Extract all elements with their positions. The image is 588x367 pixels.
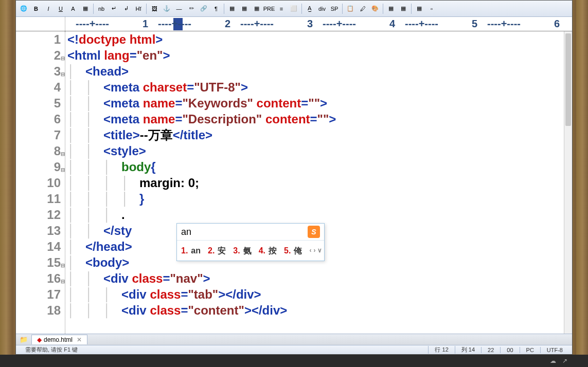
- code-line[interactable]: │ │ │ <div class="content"></div>: [67, 302, 572, 318]
- toolbar-button[interactable]: ▫: [426, 3, 437, 14]
- ime-candidate[interactable]: 安: [218, 243, 226, 259]
- folder-icon[interactable]: 📁: [16, 336, 31, 343]
- toolbar-button[interactable]: ▦: [226, 3, 238, 14]
- gutter-line[interactable]: 3⊟: [16, 63, 61, 79]
- toolbar-button[interactable]: A̲: [304, 3, 315, 14]
- code-line[interactable]: │ │ <title>--万章</title>: [67, 127, 572, 143]
- ime-candidate-num: 1.: [181, 243, 188, 259]
- gutter-line[interactable]: 12▸: [16, 207, 61, 223]
- toolbar-button[interactable]: PRE: [263, 3, 275, 14]
- toolbar-button[interactable]: I: [43, 3, 54, 14]
- toolbar-button[interactable]: Hĭ: [133, 3, 144, 14]
- toolbar-button[interactable]: ↲: [120, 3, 132, 14]
- scrollbar-vertical[interactable]: [564, 31, 572, 334]
- code-line[interactable]: <html lang="en">: [67, 47, 572, 63]
- toolbar-button[interactable]: 🖼: [149, 3, 160, 14]
- gutter-line[interactable]: 8⊟: [16, 143, 61, 159]
- toolbar-button[interactable]: ¶: [210, 3, 222, 14]
- toolbar-button[interactable]: 📋: [345, 3, 356, 14]
- tray-icon[interactable]: ↗: [562, 357, 567, 364]
- toolbar-button[interactable]: ▦: [385, 3, 397, 14]
- gutter-line[interactable]: 7: [16, 127, 61, 143]
- ime-candidate[interactable]: 氨: [243, 243, 252, 259]
- toolbar-button[interactable]: ▦: [414, 3, 425, 14]
- toolbar-button[interactable]: —: [173, 3, 185, 14]
- gutter-line[interactable]: 14: [16, 238, 61, 254]
- code-line[interactable]: │ │ │ <div class="tab"></div>: [67, 286, 572, 302]
- code-line[interactable]: │ │ │ │ }: [67, 191, 572, 207]
- toolbar-button[interactable]: 🎨: [369, 3, 381, 14]
- toolbar-button[interactable]: ▦: [398, 3, 409, 14]
- toolbar-button[interactable]: U: [55, 3, 66, 14]
- toolbar-button[interactable]: 🔗: [198, 3, 209, 14]
- toolbar-button[interactable]: 🖊: [357, 3, 368, 14]
- code-line[interactable]: │ │ │ .: [67, 207, 572, 223]
- modified-dot-icon: ◆: [37, 336, 42, 343]
- code-line[interactable]: │ │ │ body{: [67, 159, 572, 175]
- toolbar-button[interactable]: A: [67, 3, 79, 14]
- status-bar: 需要帮助, 请按 F1 键 行 12 列 14 22 00 PC UTF-8: [16, 345, 572, 354]
- gutter-line[interactable]: 1: [16, 31, 61, 47]
- gutter-line[interactable]: 9⊟: [16, 159, 61, 175]
- toolbar-button[interactable]: ↵: [108, 3, 119, 14]
- toolbar-button[interactable]: div: [316, 3, 328, 14]
- gutter-line[interactable]: 17: [16, 286, 61, 302]
- code-line[interactable]: │ │ <div class="nav">: [67, 270, 572, 286]
- code-area[interactable]: <!doctype html><html lang="en">│ <head>│…: [65, 31, 572, 334]
- ruler-track: ----+----1----+----2----+----3----+----4…: [65, 17, 572, 31]
- ime-input[interactable]: [181, 227, 284, 237]
- gutter-line[interactable]: 5: [16, 95, 61, 111]
- fold-icon[interactable]: ⊟: [61, 258, 65, 273]
- tray-icon[interactable]: ☁: [550, 357, 556, 364]
- toolbar-separator: [93, 4, 94, 14]
- code-line[interactable]: │ │ <meta charset="UTF-8">: [67, 79, 572, 95]
- ime-candidates[interactable]: 1.an2.安3.氨4.按5.俺 ‹ › ∨: [177, 241, 324, 261]
- gutter-line[interactable]: 10: [16, 175, 61, 191]
- line-gutter: 12⊟3⊟45678⊟9⊟101112▸131415⊟16⊟1718: [16, 31, 65, 334]
- toolbar-button[interactable]: B: [30, 3, 42, 14]
- fold-icon[interactable]: ⊟: [61, 162, 65, 178]
- ime-popup[interactable]: S 1.an2.安3.氨4.按5.俺 ‹ › ∨: [176, 223, 325, 261]
- toolbar-button[interactable]: ⚓: [161, 3, 172, 14]
- toolbar-button[interactable]: ▦: [80, 3, 91, 14]
- fold-icon[interactable]: ⊟: [61, 273, 65, 289]
- gutter-line[interactable]: 4: [16, 79, 61, 95]
- gutter-line[interactable]: 13: [16, 223, 61, 238]
- ime-prev-icon[interactable]: ‹: [309, 243, 311, 259]
- ruler-tick: ----+----: [323, 18, 356, 30]
- ime-candidate[interactable]: 按: [269, 243, 277, 259]
- gutter-line[interactable]: 6: [16, 111, 61, 127]
- ime-expand-icon[interactable]: ∨: [317, 243, 322, 259]
- toolbar-button[interactable]: 🌐: [18, 3, 29, 14]
- scrollbar-thumb[interactable]: [565, 33, 571, 126]
- toolbar-button[interactable]: ▦: [251, 3, 262, 14]
- gutter-line[interactable]: 2⊟: [16, 47, 61, 63]
- ime-next-icon[interactable]: ›: [313, 243, 315, 259]
- toolbar-button[interactable]: ≡: [276, 3, 287, 14]
- toolbar-button[interactable]: ▦: [239, 3, 250, 14]
- gutter-line[interactable]: 15⊟: [16, 254, 61, 270]
- gutter-line[interactable]: 11: [16, 191, 61, 207]
- fold-icon[interactable]: ⊟: [61, 66, 65, 82]
- toolbar-button[interactable]: SP: [329, 3, 340, 14]
- toolbar-button[interactable]: nb: [96, 3, 107, 14]
- status-encoding: UTF-8: [540, 347, 569, 353]
- gutter-line[interactable]: 18: [16, 302, 61, 318]
- ime-candidate[interactable]: an: [191, 243, 201, 259]
- tab-demo[interactable]: ◆ demo.html ✕: [31, 335, 87, 344]
- code-line[interactable]: │ <head>: [67, 63, 572, 79]
- toolbar-button[interactable]: ⬜: [288, 3, 299, 14]
- code-line[interactable]: <!doctype html>: [67, 31, 572, 47]
- code-line[interactable]: │ │ <meta name="Description" content="">: [67, 111, 572, 127]
- toolbar-button[interactable]: ✏: [186, 3, 197, 14]
- code-line[interactable]: │ │ │ │ margin: 0;: [67, 175, 572, 191]
- code-line[interactable]: │ │ <meta name="Keywords" content="">: [67, 95, 572, 111]
- os-taskbar[interactable]: ☁ ↗: [0, 355, 588, 367]
- fold-icon[interactable]: ⊟: [61, 146, 65, 162]
- code-line[interactable]: │ │ <style>: [67, 143, 572, 159]
- fold-icon[interactable]: ⊟: [61, 50, 65, 66]
- ime-nav[interactable]: ‹ › ∨: [309, 243, 322, 259]
- gutter-line[interactable]: 16⊟: [16, 270, 61, 286]
- ime-candidate[interactable]: 俺: [294, 243, 302, 259]
- close-tab-icon[interactable]: ✕: [77, 336, 82, 343]
